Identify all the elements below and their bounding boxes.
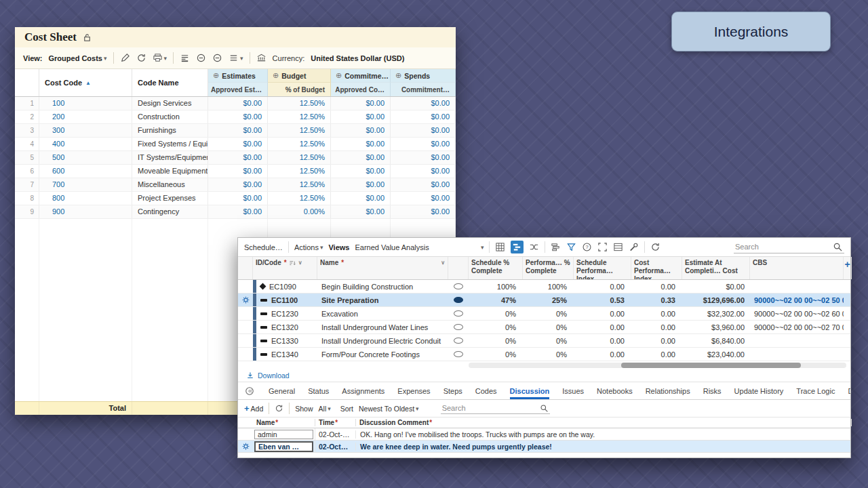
code-name-cell[interactable]: Design Services (132, 97, 208, 110)
edit-button[interactable] (120, 53, 130, 63)
expand-plus-icon[interactable]: ⊕ (213, 71, 219, 80)
filter-chevron-icon[interactable]: ∨ (441, 260, 445, 266)
column-header-name[interactable]: Name* ∨ (317, 257, 448, 279)
code-name-cell[interactable]: Contingency (132, 205, 208, 218)
commitment-cell[interactable]: $0.00 (391, 110, 456, 123)
column-header-cbs[interactable]: CBS (750, 257, 844, 279)
view-dropdown[interactable]: Grouped Costs ▾ (49, 54, 107, 62)
download-link[interactable]: Download (238, 369, 850, 382)
tab-status[interactable]: Status (308, 387, 329, 399)
eac-cell[interactable]: $129,696.00 (682, 296, 750, 304)
pct-budget-cell[interactable]: 0.00% (268, 205, 331, 218)
group-header-budget[interactable]: ⊕ Budget (268, 69, 331, 83)
approved-commitment-cell[interactable]: $0.00 (331, 110, 391, 123)
column-header-cost-index[interactable]: Cost Performa… Index (631, 257, 682, 279)
row-gear-cell[interactable] (238, 296, 253, 304)
column-header-code-name[interactable]: Code Name (132, 69, 208, 96)
commitment-cell[interactable]: $0.00 (391, 138, 456, 150)
refresh-button[interactable] (136, 53, 146, 63)
cbs-cell[interactable]: 90000~~02 00 00~~02 50 00 (750, 296, 844, 304)
pct-budget-cell[interactable]: 12.50% (268, 124, 331, 137)
commitment-cell[interactable]: $0.00 (391, 165, 456, 178)
export-button[interactable] (180, 53, 190, 63)
approved-commitment-cell[interactable]: $0.00 (331, 192, 391, 205)
column-header-id-code[interactable]: ID/Code* ∨ (253, 257, 317, 279)
group-header-spends[interactable]: ⊕ Spends (391, 69, 456, 83)
comment-cell[interactable] (448, 324, 469, 330)
discussion-comment-cell[interactable]: We are knee deep in water. Need pumps ur… (356, 443, 852, 451)
search-input[interactable] (442, 404, 537, 412)
schedule-pct-cell[interactable]: 0% (469, 337, 523, 345)
approved-commitment-cell[interactable]: $0.00 (331, 178, 391, 191)
column-header-commitment[interactable]: Commitment… (391, 83, 456, 96)
commitment-cell[interactable]: $0.00 (391, 205, 456, 218)
discussion-name-cell[interactable]: admin (253, 428, 315, 440)
spi-cell[interactable]: 0.00 (574, 310, 631, 318)
cost-code-cell[interactable]: 900 (39, 205, 132, 218)
sort-dropdown[interactable]: Newest To Oldest ▾ (359, 405, 419, 413)
discussion-time-cell[interactable]: 02-Oct-… (315, 430, 356, 439)
help-button[interactable]: ? (582, 242, 592, 252)
expand-plus-icon[interactable]: ⊕ (395, 71, 401, 80)
commitment-cell[interactable]: $0.00 (391, 192, 456, 205)
schedule-pct-cell[interactable]: 100% (469, 283, 523, 291)
horizontal-scrollbar[interactable] (238, 361, 850, 369)
currency-button[interactable] (256, 53, 267, 63)
cost-code-cell[interactable]: 100 (39, 97, 132, 110)
column-header-approved-commitment[interactable]: Approved Co… (331, 83, 391, 96)
schedule-pct-cell[interactable]: 47% (469, 296, 523, 304)
schedule-search[interactable] (734, 241, 844, 253)
column-header-comment[interactable]: Discussion Comment* (356, 419, 852, 426)
cpi-cell[interactable]: 0.00 (631, 283, 682, 291)
pct-budget-cell[interactable]: 12.50% (268, 138, 331, 150)
performance-pct-cell[interactable]: 0% (523, 310, 574, 318)
spi-cell[interactable]: 0.53 (574, 296, 631, 304)
activity-id-cell[interactable]: EC1330 (253, 334, 317, 347)
eac-cell[interactable]: $6,840.00 (682, 337, 750, 345)
pct-budget-cell[interactable]: 12.50% (268, 178, 331, 191)
approved-commitment-cell[interactable]: $0.00 (331, 124, 391, 137)
collapse-panel-icon[interactable] (245, 386, 254, 396)
eac-cell[interactable]: $0.00 (682, 283, 750, 291)
row-gear-cell[interactable] (238, 442, 253, 451)
print-button[interactable]: ▾ (153, 53, 167, 63)
cost-code-cell[interactable]: 500 (39, 151, 132, 164)
discussion-name-cell[interactable]: Eben van … (253, 441, 315, 452)
approved-commitment-cell[interactable]: $0.00 (331, 205, 391, 218)
row-settings-button[interactable] (613, 242, 623, 252)
gantt-view-button[interactable] (511, 241, 524, 253)
views-dropdown[interactable]: Earned Value Analysis ▾ (355, 243, 484, 251)
group-header-estimates[interactable]: ⊕ Estimates (208, 69, 268, 83)
collapse-all-button[interactable] (196, 53, 206, 63)
tab-assignments[interactable]: Assignments (342, 387, 384, 399)
activity-row-selected[interactable]: EC1100 Site Preparation 47% 25% 0.53 0.3… (238, 293, 850, 307)
spi-cell[interactable]: 0.00 (574, 283, 631, 291)
activity-id-cell[interactable]: EC1320 (253, 321, 317, 333)
table-view-button[interactable] (495, 242, 505, 252)
cost-code-cell[interactable]: 300 (39, 124, 132, 137)
network-view-button[interactable] (529, 242, 539, 252)
cost-code-cell[interactable]: 600 (39, 165, 132, 178)
performance-pct-cell[interactable]: 0% (523, 337, 574, 345)
collapse-level-button[interactable] (212, 53, 222, 63)
performance-pct-cell[interactable]: 0% (523, 350, 574, 359)
cost-code-cell[interactable]: 800 (39, 192, 132, 205)
activity-row[interactable]: EC1090 Begin Building Construction 100% … (238, 280, 850, 293)
approved-commitment-cell[interactable]: $0.00 (331, 151, 391, 164)
approved-estimate-cell[interactable]: $0.00 (208, 124, 268, 137)
schedule-pct-cell[interactable]: 0% (469, 310, 523, 318)
tab-documents[interactable]: Docu… (848, 387, 850, 399)
activity-row[interactable]: EC1340 Form/Pour Concrete Footings 0% 0%… (238, 348, 850, 361)
discussion-name[interactable]: Eben van … (254, 441, 313, 452)
approved-estimate-cell[interactable]: $0.00 (208, 205, 268, 218)
pct-budget-cell[interactable]: 12.50% (268, 151, 331, 164)
cbs-cell[interactable]: 90000~~02 00 00~~02 70 00 (750, 323, 844, 331)
cost-code-cell[interactable]: 200 (39, 110, 132, 123)
menu-button[interactable]: ▾ (229, 53, 243, 63)
show-dropdown[interactable]: All ▾ (319, 405, 331, 413)
baseline-bars-button[interactable] (551, 242, 561, 252)
cpi-cell[interactable]: 0.00 (631, 323, 682, 331)
commitment-cell[interactable]: $0.00 (391, 151, 456, 164)
performance-pct-cell[interactable]: 100% (523, 283, 574, 291)
tab-risks[interactable]: Risks (703, 387, 722, 399)
